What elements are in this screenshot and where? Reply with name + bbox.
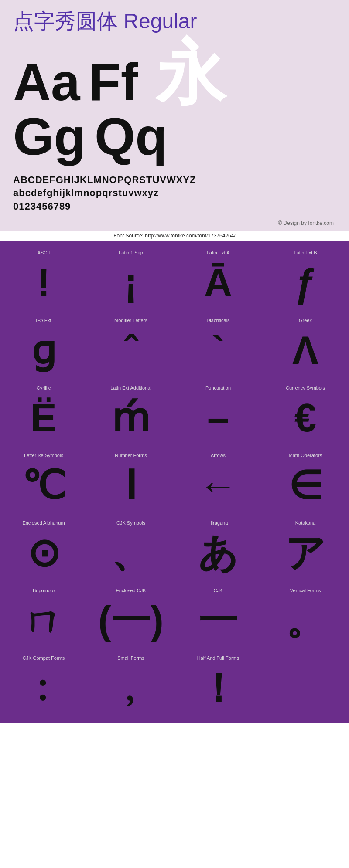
glyph-label: Bopomofo xyxy=(33,588,55,593)
glyph-label: Number Forms xyxy=(115,453,147,458)
glyph-cell: Latin Ext Bƒ xyxy=(262,246,349,313)
glyph-char: ḿ xyxy=(112,394,150,442)
glyph-label: Modifier Letters xyxy=(114,318,147,323)
glyph-section: ASCII!Latin 1 Sup¡Latin Ext AĀLatin Ext … xyxy=(0,241,349,723)
font-title: 点字秀圆体 Regular xyxy=(13,9,336,34)
letter-qq: Qq xyxy=(95,110,168,163)
digits: 0123456789 xyxy=(13,200,336,214)
glyph-char: ⊙ xyxy=(27,529,60,577)
glyph-cell: GreekΛ xyxy=(262,313,349,381)
glyph-char: Ë xyxy=(31,394,57,442)
glyph-cell: CJK一 xyxy=(174,583,262,651)
glyph-char: ア xyxy=(285,529,325,577)
glyph-cell: Latin Ext AĀ xyxy=(174,246,262,313)
glyph-cell: CyrillicË xyxy=(0,381,87,448)
glyph-cell: Math Operators∈ xyxy=(262,448,349,516)
letter-cjk: 永 xyxy=(156,38,226,108)
glyph-label: Katakana xyxy=(295,520,315,526)
font-source-text: Font Source: http://www.fontke.com/font/… xyxy=(113,233,236,239)
glyph-cell: Punctuation– xyxy=(174,381,262,448)
glyph-cell: Arrows← xyxy=(174,448,262,516)
glyph-char: ƒ xyxy=(294,259,316,307)
copyright: © Design by fontke.com xyxy=(13,220,336,226)
letter-gg: Gg xyxy=(13,110,86,163)
glyph-label: Latin 1 Sup xyxy=(119,250,143,255)
header-section: 点字秀圆体 Regular Aa Ff 永 Gg Qq ABCDEFGHIJKL… xyxy=(0,0,349,231)
glyph-label: Arrows xyxy=(211,453,226,458)
glyph-cell: Latin Ext Additionalḿ xyxy=(87,381,174,448)
glyph-cell-empty xyxy=(262,651,349,719)
glyph-char: – xyxy=(207,394,229,442)
glyph-cell: Bopomofoㄇ xyxy=(0,583,87,651)
glyph-cell: Hiraganaあ xyxy=(174,516,262,583)
glyph-char: ¡ xyxy=(124,259,137,307)
glyph-cell: IPA Extɡ xyxy=(0,313,87,381)
glyph-cell: Small Forms﹐ xyxy=(87,651,174,719)
glyph-cell: Katakanaア xyxy=(262,516,349,583)
glyph-label: Small Forms xyxy=(117,655,144,661)
glyph-cell: Half And Full Forms！ xyxy=(174,651,262,719)
glyph-char: ㄇ xyxy=(24,597,64,644)
glyph-cell: ASCII! xyxy=(0,246,87,313)
glyph-label: Math Operators xyxy=(289,453,322,458)
glyph-char: 。 xyxy=(286,597,325,644)
glyph-char: (一) xyxy=(98,597,164,644)
glyph-char: 、 xyxy=(111,529,151,577)
glyph-char: ﹕ xyxy=(24,664,63,712)
glyph-char: Λ xyxy=(292,326,318,374)
glyph-cell: Number FormsⅠ xyxy=(87,448,174,516)
glyph-label: ASCII xyxy=(38,250,50,255)
glyph-char: ！ xyxy=(198,664,238,712)
glyph-char: Ⅰ xyxy=(125,461,137,509)
letter-aa: Aa xyxy=(13,56,80,108)
glyph-label: Vertical Forms xyxy=(290,588,321,593)
glyph-char: ˆ xyxy=(124,326,137,374)
glyph-label: Latin Ext B xyxy=(294,250,317,255)
glyph-label: Latin Ext Additional xyxy=(110,385,151,390)
glyph-label: Letterlike Symbols xyxy=(24,453,63,458)
glyph-cell: Letterlike Symbols℃ xyxy=(0,448,87,516)
glyph-grid: ASCII!Latin 1 Sup¡Latin Ext AĀLatin Ext … xyxy=(0,246,349,719)
glyph-label: Diacriticals xyxy=(206,318,229,323)
glyph-char: Ā xyxy=(204,259,233,307)
glyph-label: Half And Full Forms xyxy=(197,655,240,661)
sample-letters: Aa Ff 永 Gg Qq xyxy=(13,38,336,165)
glyph-char: 一 xyxy=(198,597,238,644)
glyph-char: ` xyxy=(212,326,225,374)
alphabet-upper: ABCDEFGHIJKLMNOPQRSTUVWXYZ xyxy=(13,173,336,187)
glyph-char: ← xyxy=(198,461,238,509)
glyph-label: IPA Ext xyxy=(36,318,51,323)
glyph-char: ﹐ xyxy=(111,664,151,712)
glyph-label: Enclosed Alphanum xyxy=(22,520,65,526)
glyph-label: CJK xyxy=(214,588,223,593)
glyph-label: Greek xyxy=(299,318,312,323)
glyph-label: Latin Ext A xyxy=(207,250,230,255)
glyph-label: Hiragana xyxy=(209,520,228,526)
glyph-label: CJK Compat Forms xyxy=(23,655,65,661)
glyph-cell: Modifier Lettersˆ xyxy=(87,313,174,381)
letter-ff: Ff xyxy=(89,56,138,108)
glyph-label: Cyrillic xyxy=(37,385,51,390)
glyph-cell: Enclosed Alphanum⊙ xyxy=(0,516,87,583)
font-source-bar: Font Source: http://www.fontke.com/font/… xyxy=(0,231,349,241)
glyph-char: ! xyxy=(37,259,50,307)
glyph-char: ℃ xyxy=(22,461,66,509)
glyph-label: Punctuation xyxy=(205,385,231,390)
glyph-cell: Enclosed CJK(一) xyxy=(87,583,174,651)
glyph-label: Enclosed CJK xyxy=(116,588,146,593)
alphabet-lower: abcdefghijklmnopqrstuvwxyz xyxy=(13,186,336,200)
glyph-cell: Latin 1 Sup¡ xyxy=(87,246,174,313)
glyph-cell: Currency Symbols€ xyxy=(262,381,349,448)
glyph-cell: CJK Symbols、 xyxy=(87,516,174,583)
glyph-cell: Vertical Forms。 xyxy=(262,583,349,651)
glyph-label: Currency Symbols xyxy=(286,385,325,390)
glyph-char: ∈ xyxy=(288,461,322,509)
glyph-char: € xyxy=(294,394,316,442)
glyph-cell: Diacriticals` xyxy=(174,313,262,381)
alphabet-section: ABCDEFGHIJKLMNOPQRSTUVWXYZ abcdefghijklm… xyxy=(13,169,336,218)
glyph-char: ɡ xyxy=(31,326,56,374)
glyph-cell: CJK Compat Forms﹕ xyxy=(0,651,87,719)
glyph-char: あ xyxy=(198,529,238,577)
glyph-label: CJK Symbols xyxy=(116,520,145,526)
